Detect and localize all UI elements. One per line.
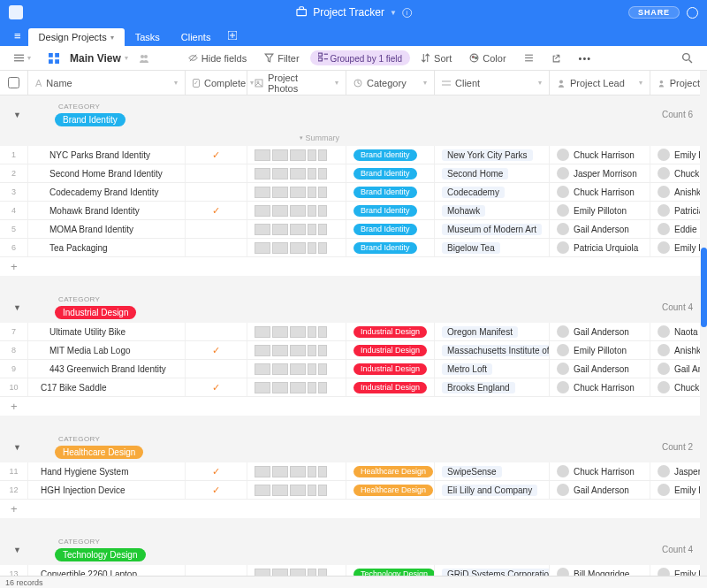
complete-cell[interactable] bbox=[186, 183, 247, 201]
category-cell[interactable]: Industrial Design bbox=[346, 360, 435, 378]
photo-thumb[interactable] bbox=[290, 485, 306, 496]
collapse-toggle[interactable]: ▼ bbox=[11, 302, 23, 314]
share-view-button[interactable] bbox=[544, 50, 568, 65]
photo-thumb[interactable] bbox=[308, 382, 316, 393]
photo-thumb[interactable] bbox=[272, 466, 288, 477]
client-cell[interactable]: Brooks England bbox=[435, 378, 550, 396]
team-cell[interactable]: Chuck bbox=[650, 378, 707, 396]
photos-cell[interactable] bbox=[247, 323, 346, 340]
collaborators-icon[interactable] bbox=[132, 50, 156, 66]
photo-thumb[interactable] bbox=[290, 224, 306, 235]
photo-thumb[interactable] bbox=[272, 382, 288, 393]
photos-cell[interactable] bbox=[247, 378, 346, 396]
share-button[interactable]: SHARE bbox=[628, 6, 680, 19]
name-cell[interactable]: Hand Hygiene System bbox=[28, 462, 186, 480]
client-cell[interactable]: Massachusetts Institute of Tech bbox=[435, 341, 550, 359]
name-cell[interactable]: MIT Media Lab Logo bbox=[28, 341, 186, 359]
category-cell[interactable]: Brand Identity bbox=[346, 146, 435, 164]
lead-cell[interactable]: Gail Anderson bbox=[550, 481, 650, 499]
photo-thumb[interactable] bbox=[255, 485, 270, 496]
complete-cell[interactable]: ✓ bbox=[186, 462, 247, 480]
photo-thumb[interactable] bbox=[308, 363, 316, 375]
tab-clients[interactable]: Clients bbox=[171, 28, 222, 46]
client-cell[interactable]: SwipeSense bbox=[435, 462, 550, 480]
photo-thumb[interactable] bbox=[318, 242, 327, 254]
lead-cell[interactable]: Chuck Harrison bbox=[550, 183, 650, 201]
complete-header[interactable]: ✓ Complete▾ bbox=[186, 71, 247, 95]
add-row-button[interactable]: + bbox=[0, 257, 707, 276]
complete-cell[interactable]: ✓ bbox=[186, 481, 247, 499]
photo-thumb[interactable] bbox=[255, 205, 270, 217]
name-cell[interactable]: MOMA Brand Identity bbox=[28, 220, 186, 238]
category-cell[interactable]: Industrial Design bbox=[346, 323, 435, 340]
photo-thumb[interactable] bbox=[290, 326, 306, 338]
photo-thumb[interactable] bbox=[318, 363, 327, 375]
lead-cell[interactable]: Patricia Urquiola bbox=[550, 239, 650, 256]
photo-thumb[interactable] bbox=[308, 485, 316, 496]
name-cell[interactable]: HGH Injection Device bbox=[28, 481, 186, 499]
collapse-toggle[interactable]: ▼ bbox=[11, 544, 23, 556]
tab-design-projects[interactable]: Design Projects▾ bbox=[28, 28, 125, 46]
lead-cell[interactable]: Emily Pilloton bbox=[550, 341, 650, 359]
category-cell[interactable]: Industrial Design bbox=[346, 341, 435, 359]
photo-thumb[interactable] bbox=[308, 149, 316, 161]
grid-view-icon[interactable] bbox=[42, 50, 66, 66]
client-cell[interactable]: Mohawk bbox=[435, 202, 550, 219]
search-icon[interactable] bbox=[674, 50, 700, 66]
photo-thumb[interactable] bbox=[290, 205, 306, 217]
name-cell[interactable]: Second Home Brand Identity bbox=[28, 164, 186, 182]
lead-cell[interactable]: Gail Anderson bbox=[550, 360, 650, 378]
photo-thumb[interactable] bbox=[272, 205, 288, 217]
row-height-button[interactable] bbox=[517, 50, 541, 65]
photo-thumb[interactable] bbox=[272, 168, 288, 179]
table-row[interactable]: 8 MIT Media Lab Logo ✓ Industrial Design… bbox=[0, 341, 707, 360]
select-all-checkbox[interactable] bbox=[8, 77, 19, 88]
complete-cell[interactable] bbox=[186, 323, 247, 340]
photo-thumb[interactable] bbox=[318, 466, 327, 477]
name-cell[interactable]: Ultimate Utility Bike bbox=[28, 323, 186, 340]
app-title-group[interactable]: Project Tracker ▼ i bbox=[295, 5, 412, 20]
photos-cell[interactable] bbox=[247, 164, 346, 182]
team-cell[interactable]: Chuck bbox=[650, 164, 707, 182]
photo-thumb[interactable] bbox=[290, 168, 306, 179]
collapse-toggle[interactable]: ▼ bbox=[11, 109, 23, 121]
team-cell[interactable]: Emily P bbox=[650, 146, 707, 164]
photo-thumb[interactable] bbox=[318, 205, 327, 217]
name-cell[interactable]: Mohawk Brand Identity bbox=[28, 202, 186, 219]
photos-cell[interactable] bbox=[247, 183, 346, 201]
complete-cell[interactable]: ✓ bbox=[186, 146, 247, 164]
photo-thumb[interactable] bbox=[318, 485, 327, 496]
category-cell[interactable]: Healthcare Design bbox=[346, 481, 435, 499]
photos-cell[interactable] bbox=[247, 146, 346, 164]
photo-thumb[interactable] bbox=[272, 187, 288, 198]
category-cell[interactable]: Healthcare Design bbox=[346, 462, 435, 480]
photo-thumb[interactable] bbox=[318, 345, 327, 356]
photo-thumb[interactable] bbox=[308, 345, 316, 356]
photos-cell[interactable] bbox=[247, 341, 346, 359]
photo-thumb[interactable] bbox=[255, 363, 270, 375]
complete-cell[interactable] bbox=[186, 164, 247, 182]
photos-cell[interactable] bbox=[247, 462, 346, 480]
photo-thumb[interactable] bbox=[308, 466, 316, 477]
photo-thumb[interactable] bbox=[318, 187, 327, 198]
photo-thumb[interactable] bbox=[255, 466, 270, 477]
table-row[interactable]: 2 Second Home Brand Identity Brand Ident… bbox=[0, 164, 707, 183]
photo-thumb[interactable] bbox=[290, 382, 306, 393]
photo-thumb[interactable] bbox=[290, 242, 306, 254]
photo-thumb[interactable] bbox=[290, 187, 306, 198]
table-row[interactable]: 12 HGH Injection Device ✓ Healthcare Des… bbox=[0, 481, 707, 500]
hamburger-icon[interactable]: ≡ bbox=[7, 29, 28, 46]
name-cell[interactable]: Tea Packaging bbox=[28, 239, 186, 256]
photo-thumb[interactable] bbox=[255, 326, 270, 338]
category-cell[interactable]: Brand Identity bbox=[346, 183, 435, 201]
collapse-toggle[interactable]: ▼ bbox=[11, 441, 23, 454]
lead-cell[interactable]: Chuck Harrison bbox=[550, 378, 650, 396]
table-row[interactable]: 1 NYC Parks Brand Identity ✓ Brand Ident… bbox=[0, 146, 707, 164]
table-row[interactable]: 11 Hand Hygiene System ✓ Healthcare Desi… bbox=[0, 462, 707, 481]
table-row[interactable]: 6 Tea Packaging Brand Identity Bigelow T… bbox=[0, 239, 707, 257]
views-menu-button[interactable]: ▾ bbox=[7, 50, 38, 65]
photos-header[interactable]: Project Photos▾ bbox=[247, 71, 346, 95]
photo-thumb[interactable] bbox=[272, 242, 288, 254]
complete-cell[interactable] bbox=[186, 220, 247, 238]
tab-tasks[interactable]: Tasks bbox=[125, 28, 171, 46]
